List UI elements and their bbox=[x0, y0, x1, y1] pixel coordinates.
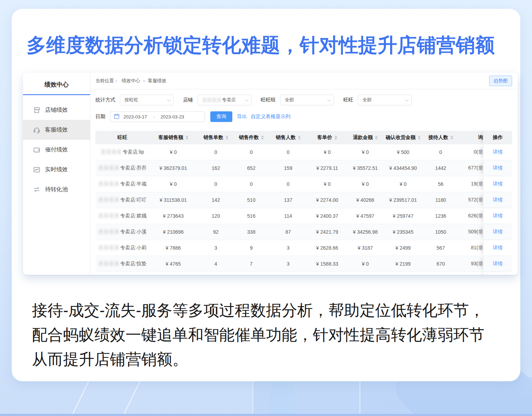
background-decoration bbox=[0, 377, 532, 416]
cell-value: ¥ 0 bbox=[346, 256, 384, 272]
shop-select[interactable]: 某某某某专卖店 bbox=[198, 95, 251, 105]
sort-icon[interactable] bbox=[261, 135, 264, 140]
date-range-input[interactable]: 2023-03-17 - 2023-03-23 bbox=[110, 111, 205, 122]
cell-value: 0 bbox=[234, 144, 268, 160]
filter-group-wangwang: 旺旺全部 bbox=[343, 95, 412, 105]
cell-value: 87 bbox=[268, 224, 308, 240]
sort-icon[interactable] bbox=[450, 135, 453, 140]
column-header-6[interactable]: 退款金额 bbox=[346, 131, 384, 144]
customize-columns-link[interactable]: 自定义表格显示列 bbox=[251, 113, 290, 120]
detail-link[interactable]: 详情 bbox=[493, 213, 503, 219]
sidebar-items: 店铺绩效客服绩效催付绩效实时绩效待转化池 bbox=[23, 100, 90, 199]
cell-inquiry: 509(非 bbox=[460, 224, 483, 240]
column-header-2[interactable]: 销售单数 bbox=[197, 131, 234, 144]
column-header-8[interactable]: 接待人数 bbox=[422, 131, 460, 144]
cell-value: 0 bbox=[197, 144, 234, 160]
cell-action: 详情 bbox=[483, 160, 512, 176]
sort-icon[interactable] bbox=[226, 135, 228, 140]
column-header-4[interactable]: 销售人数 bbox=[268, 131, 308, 144]
detail-link[interactable]: 详情 bbox=[493, 261, 503, 267]
column-header-7[interactable]: 确认收货金额 bbox=[384, 131, 422, 144]
cell-value: ¥ 3187 bbox=[346, 240, 384, 256]
calendar-icon bbox=[114, 113, 120, 120]
cell-wangwang-name: 某某某某专卖店:小莉 bbox=[95, 240, 149, 256]
cell-action: 详情 bbox=[483, 144, 512, 160]
detail-link[interactable]: 详情 bbox=[493, 181, 503, 187]
cell-value: 1606 bbox=[422, 272, 460, 275]
trend-chart-button[interactable]: 趋势图 bbox=[489, 76, 512, 86]
chevron-down-icon bbox=[327, 98, 331, 101]
redacted-text: 某某某某 bbox=[98, 261, 120, 267]
redacted-text: 某某某某 bbox=[98, 165, 120, 171]
sort-icon[interactable] bbox=[185, 135, 188, 140]
cell-wangwang-name: 某某某某专卖店:叮叮 bbox=[95, 192, 149, 208]
table-row: 某某某某专卖店:半蔵¥ 0000¥ 0¥ 0¥ 05619(非详情 bbox=[95, 176, 512, 192]
sidebar-item-conversion-pool[interactable]: 待转化池 bbox=[23, 179, 90, 199]
cell-value: ¥ 0 bbox=[149, 144, 197, 160]
sort-icon[interactable] bbox=[375, 135, 378, 140]
cell-value: ¥ 7886 bbox=[149, 240, 197, 256]
wangwang-group-select-value: 全部 bbox=[285, 97, 294, 103]
sidebar-item-label: 店铺绩效 bbox=[45, 106, 68, 114]
column-header-3[interactable]: 销售件数 bbox=[234, 131, 268, 144]
cell-value: ¥ 34256.98 bbox=[346, 224, 384, 240]
column-label: 销售人数 bbox=[276, 134, 296, 141]
wangwang-select-value: 全部 bbox=[362, 97, 372, 103]
cell-inquiry: 766(非 bbox=[460, 272, 483, 275]
column-header-9: 询 bbox=[460, 131, 483, 144]
cell-wangwang-name: 某某某某专卖店:小溪 bbox=[95, 224, 149, 240]
column-label: 旺旺 bbox=[117, 134, 127, 141]
detail-link[interactable]: 详情 bbox=[493, 165, 503, 171]
cell-value: ¥ 235345 bbox=[384, 224, 422, 240]
cell-inquiry: 81(非 bbox=[460, 240, 483, 256]
sidebar-item-store-performance[interactable]: 店铺绩效 bbox=[23, 100, 90, 120]
filter-row: 统计方式按旺旺店铺某某某某专卖店旺旺组全部旺旺全部 bbox=[95, 95, 518, 105]
breadcrumb-prefix: 当前位置： bbox=[95, 78, 118, 84]
cell-action: 详情 bbox=[483, 272, 512, 275]
column-header-0: 旺旺 bbox=[95, 131, 149, 144]
detail-link[interactable]: 详情 bbox=[493, 197, 503, 203]
breadcrumb-home[interactable]: 绩效中心 bbox=[122, 78, 140, 84]
headset-icon bbox=[33, 126, 40, 134]
detail-link[interactable]: 详情 bbox=[493, 149, 503, 155]
cell-value: 0 bbox=[197, 176, 234, 192]
wangwang-group-select[interactable]: 全部 bbox=[280, 95, 334, 105]
cell-value: 0 bbox=[422, 144, 460, 160]
shop-select-value: 某某某某专卖店 bbox=[202, 97, 236, 103]
sidebar-item-reminder-performance[interactable]: 催付绩效 bbox=[23, 140, 90, 160]
export-link[interactable]: 导出 bbox=[237, 113, 247, 120]
sidebar-item-label: 催付绩效 bbox=[45, 146, 68, 154]
filter-label-shop: 店铺 bbox=[183, 97, 193, 103]
decorative-line bbox=[360, 377, 360, 416]
sort-icon[interactable] bbox=[334, 135, 337, 140]
cell-value: ¥ 2628.66 bbox=[308, 240, 346, 256]
cell-value: ¥ 273643 bbox=[149, 208, 197, 224]
query-button[interactable]: 查询 bbox=[210, 111, 232, 122]
detail-link[interactable]: 详情 bbox=[493, 245, 503, 251]
cell-value: ¥ 1588.33 bbox=[308, 256, 346, 272]
table-body: 某某某某专卖店:lip¥ 0000¥ 0¥ 0¥ 50000(非详情某某某某专卖… bbox=[95, 144, 512, 275]
sort-icon[interactable] bbox=[298, 135, 301, 140]
breadcrumb: 当前位置： 绩效中心 › 客服绩效 bbox=[95, 78, 166, 84]
sidebar: 绩效中心 店铺绩效客服绩效催付绩效实时绩效待转化池 bbox=[23, 73, 90, 275]
wangwang-select[interactable]: 全部 bbox=[358, 95, 412, 105]
sort-icon[interactable] bbox=[418, 135, 421, 140]
description-line-1: 接待-成交-流失-服务等多项过程数据分析，帮助定位低转化环节， bbox=[32, 298, 484, 322]
cell-value: ¥ 69811.14 bbox=[346, 272, 384, 275]
cell-value: 120 bbox=[197, 208, 234, 224]
cell-value: ¥ 35572.51 bbox=[346, 160, 384, 176]
detail-link[interactable]: 详情 bbox=[493, 229, 503, 235]
cell-value: ¥ 259747 bbox=[384, 208, 422, 224]
column-header-5[interactable]: 客单价 bbox=[308, 131, 346, 144]
sidebar-item-realtime-performance[interactable]: 实时绩效 bbox=[23, 160, 90, 179]
cell-value: ¥ 0 bbox=[308, 144, 346, 160]
cell-value: 338 bbox=[234, 224, 268, 240]
column-label: 客单价 bbox=[317, 134, 332, 141]
column-header-1[interactable]: 客服销售额 bbox=[149, 131, 197, 144]
sidebar-item-service-performance[interactable]: 客服绩效 bbox=[23, 120, 90, 140]
cell-value: 0 bbox=[234, 176, 268, 192]
cell-value: ¥ 2279.11 bbox=[308, 160, 346, 176]
cell-value: ¥ 2199 bbox=[384, 256, 422, 272]
cell-inquiry: 572(非 bbox=[460, 192, 483, 208]
stat-mode-select[interactable]: 按旺旺 bbox=[120, 95, 174, 105]
